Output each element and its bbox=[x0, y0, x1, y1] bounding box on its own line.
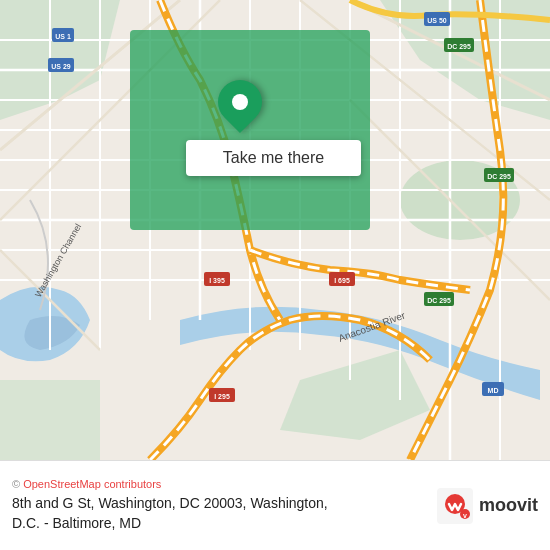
openstreetmap-link[interactable]: OpenStreetMap contributors bbox=[23, 478, 161, 490]
moovit-icon: v bbox=[437, 488, 473, 524]
moovit-logo: v moovit bbox=[437, 488, 538, 524]
svg-text:DC 295: DC 295 bbox=[487, 173, 511, 180]
svg-text:DC 295: DC 295 bbox=[447, 43, 471, 50]
svg-text:I 295: I 295 bbox=[214, 393, 230, 400]
svg-text:MD: MD bbox=[488, 387, 499, 394]
address-line2: D.C. - Baltimore, MD bbox=[12, 514, 427, 534]
copyright-text: © OpenStreetMap contributors bbox=[12, 478, 427, 490]
info-text: © OpenStreetMap contributors 8th and G S… bbox=[12, 478, 427, 533]
map-container: Anacostia River Washington Channel US 1 … bbox=[0, 0, 550, 460]
take-me-there-button[interactable]: Take me there bbox=[186, 140, 361, 176]
svg-text:US 50: US 50 bbox=[427, 17, 447, 24]
svg-text:I 695: I 695 bbox=[334, 277, 350, 284]
svg-text:DC 295: DC 295 bbox=[427, 297, 451, 304]
svg-text:I 395: I 395 bbox=[209, 277, 225, 284]
map-highlight bbox=[130, 30, 370, 230]
svg-text:US 1: US 1 bbox=[55, 33, 71, 40]
moovit-text: moovit bbox=[479, 495, 538, 516]
address-line1: 8th and G St, Washington, DC 20003, Wash… bbox=[12, 494, 427, 514]
copyright-symbol: © bbox=[12, 478, 20, 490]
info-bar: © OpenStreetMap contributors 8th and G S… bbox=[0, 460, 550, 550]
svg-rect-5 bbox=[0, 380, 100, 460]
location-pin bbox=[218, 80, 262, 124]
svg-text:v: v bbox=[463, 511, 467, 518]
svg-text:US 29: US 29 bbox=[51, 63, 71, 70]
